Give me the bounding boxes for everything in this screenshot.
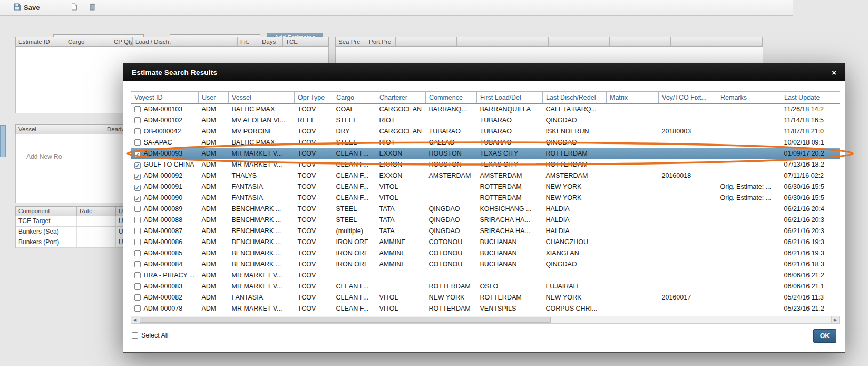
sidebar-handle[interactable]: [0, 125, 6, 157]
row-checkbox[interactable]: [134, 305, 141, 312]
close-icon[interactable]: ×: [832, 69, 836, 76]
result-row-adm-000087[interactable]: ADM-000087ADMBENCHMARK ...TCOV(multiple)…: [131, 226, 840, 237]
result-row-adm-000093[interactable]: ✓ADM-000093ADMMR MARKET V...TCOVCLEAN F.…: [131, 148, 840, 159]
horizontal-scrollbar[interactable]: ◀ ▶: [131, 316, 840, 324]
result-row-adm-000082[interactable]: ADM-000082ADMFANTASIATCOVCLEAN F...VITOL…: [131, 292, 840, 303]
result-row-adm-000088[interactable]: ADM-000088ADMBENCHMARK ...TCOVSTEELTATAQ…: [131, 215, 840, 226]
column-header-matrix[interactable]: Matrix: [607, 92, 659, 104]
cell-vessel: BENCHMARK ...: [229, 226, 295, 237]
column-header-vessel[interactable]: Vessel: [229, 92, 295, 104]
horizontal-scrollbar-thumb[interactable]: [140, 317, 551, 323]
cell-last-disch-redel: ROTTERDAM: [543, 148, 607, 159]
row-checkbox[interactable]: [134, 261, 141, 267]
row-checkbox[interactable]: [134, 106, 141, 112]
result-row-gulf-to-china[interactable]: ✓GULF TO CHINAADMMR MARKET V...TCOVCLEAN…: [131, 159, 840, 170]
column-header-commence[interactable]: Commence: [426, 92, 477, 104]
row-checkbox[interactable]: [134, 217, 141, 223]
cell-last-disch-redel: CALETA BARQ...: [543, 104, 607, 115]
column-header-cargo[interactable]: Cargo: [333, 92, 376, 104]
cell-opr-type: TCOV: [295, 226, 333, 237]
row-checkbox[interactable]: [134, 294, 141, 301]
scroll-right-arrow[interactable]: ▶: [831, 316, 839, 323]
column-header-voyest-id[interactable]: Voyest ID: [131, 92, 199, 104]
cell-matrix: [607, 181, 659, 192]
cell-opr-type: TCOV: [295, 292, 333, 303]
row-checkbox[interactable]: [134, 128, 141, 134]
result-row-adm-000084[interactable]: ADM-000084ADMBENCHMARK ...TCOVIRON OREAM…: [131, 259, 840, 270]
row-checkbox[interactable]: [134, 117, 141, 123]
cell-cargo: STEEL: [333, 204, 376, 215]
cell-voyest-id: ADM-000087: [131, 226, 199, 237]
column-header-first-load-del[interactable]: First Load/Del: [477, 92, 543, 104]
result-row-adm-000085[interactable]: ADM-000085ADMBENCHMARK ...TCOVIRON OREAM…: [131, 248, 840, 259]
result-row-hra-piracy[interactable]: HRA - PIRACY ...ADMMR MARKET V...TCOV06/…: [131, 270, 840, 281]
scroll-left-arrow[interactable]: ◀: [131, 316, 139, 323]
result-row-adm-000078[interactable]: ADM-000078ADMMR MARKET V...TCOVCLEAN F..…: [131, 303, 840, 314]
result-row-adm-000083[interactable]: ADM-000083ADMMR MARKET V...TCOVCLEAN F..…: [131, 281, 840, 292]
result-row-adm-000092[interactable]: ✓ADM-000092ADMTHALYSTCOVCLEAN F...EXXONA…: [131, 170, 840, 181]
result-row-adm-000103[interactable]: ADM-000103ADMBALTIC PMAXTCOVCOALCARGOCEA…: [131, 104, 840, 115]
select-all-checkbox[interactable]: [132, 332, 138, 339]
cell-voy-tco-fixt: 20160018: [659, 170, 717, 181]
row-checkbox[interactable]: ✓: [134, 185, 141, 191]
column-header-opr-type[interactable]: Opr Type: [295, 92, 333, 104]
cell-voyest-id: ADM-000088: [131, 215, 199, 226]
save-button[interactable]: Save: [11, 2, 43, 14]
cell-user: ADM: [199, 181, 229, 192]
cell-voy-tco-fixt: [659, 181, 717, 192]
select-all-control[interactable]: Select All: [132, 332, 168, 339]
row-checkbox[interactable]: ✓: [134, 196, 141, 202]
cell-remarks: [717, 281, 781, 292]
cell-last-update: 06/06/16 21:2: [781, 270, 840, 281]
row-checkbox[interactable]: [134, 283, 141, 290]
result-row-ob-0000042[interactable]: OB-0000042ADMMV PORCINETCOVDRYCARGOCEANT…: [131, 126, 840, 137]
price-grid-header-blank: [732, 37, 763, 46]
row-checkbox[interactable]: [134, 139, 141, 146]
cell-opr-type: TCOV: [295, 170, 333, 181]
column-header-charterer[interactable]: Charterer: [376, 92, 426, 104]
row-checkbox[interactable]: [134, 206, 141, 212]
voyest-id-text: ADM-000102: [144, 117, 183, 124]
column-header-remarks[interactable]: Remarks: [717, 92, 781, 104]
cell-charterer: VITOL: [376, 192, 426, 204]
cell-last-update: 06/21/16 18:3: [781, 259, 840, 270]
result-row-adm-000089[interactable]: ADM-000089ADMBENCHMARK ...TCOVSTEELTATAQ…: [131, 204, 840, 215]
cell-last-disch-redel: HALDIA: [543, 215, 607, 226]
result-row-adm-000091[interactable]: ✓ADM-000091ADMFANTASIATCOVCLEAN F...VITO…: [131, 181, 840, 192]
cell-user: ADM: [199, 148, 229, 159]
vessel-grid-header-vessel: Vessel: [16, 125, 104, 134]
result-row-adm-000090[interactable]: ✓ADM-000090ADMFANTASIATCOVCLEAN F...VITO…: [131, 192, 840, 204]
cell-voy-tco-fixt: [659, 192, 717, 204]
row-checkbox[interactable]: ✓: [134, 174, 141, 180]
voyest-id-text: HRA - PIRACY ...: [144, 272, 195, 279]
cell-opr-type: TCOV: [295, 259, 333, 270]
result-row-adm-000102[interactable]: ADM-000102ADMMV AEOLIAN VI...RELTSTEELRI…: [131, 115, 840, 126]
cell-opr-type: TCOV: [295, 270, 333, 281]
add-new-row-link[interactable]: Add New Ro: [26, 153, 62, 160]
cell-vessel: MV AEOLIAN VI...: [229, 115, 295, 126]
row-checkbox[interactable]: [134, 228, 141, 234]
row-checkbox[interactable]: ✓: [134, 162, 141, 169]
cell-user: ADM: [199, 204, 229, 215]
copy-document-button[interactable]: [67, 2, 82, 14]
row-checkbox[interactable]: [134, 272, 141, 278]
column-header-voy-tco-fixt[interactable]: Voy/TCO Fixt...: [659, 92, 717, 104]
price-grid-header-blank: [610, 37, 640, 46]
cell-remarks: [717, 248, 781, 259]
cell-charterer: EXXON: [376, 170, 426, 181]
row-checkbox[interactable]: ✓: [134, 151, 141, 158]
column-header-last-update[interactable]: Last Update: [781, 92, 840, 104]
row-checkbox[interactable]: [134, 239, 141, 245]
ok-button[interactable]: OK: [813, 329, 836, 343]
cell-last-disch-redel: HALDIA: [543, 226, 607, 237]
result-row-adm-000086[interactable]: ADM-000086ADMBENCHMARK ...TCOVIRON OREAM…: [131, 237, 840, 248]
column-header-last-disch-redel[interactable]: Last Disch/Redel: [543, 92, 607, 104]
cell-commence: COTONOU: [426, 237, 477, 248]
row-checkbox[interactable]: [134, 250, 141, 256]
cell-opr-type: TCOV: [295, 126, 333, 137]
result-row-sa-apac[interactable]: SA-APACADMBALTIC PMAXTCOVSTEELRIOTCALLAO…: [131, 137, 840, 148]
delete-button[interactable]: [85, 2, 100, 14]
cell-matrix: [607, 292, 659, 303]
column-header-user[interactable]: User: [199, 92, 229, 104]
cell-remarks: [717, 170, 781, 181]
